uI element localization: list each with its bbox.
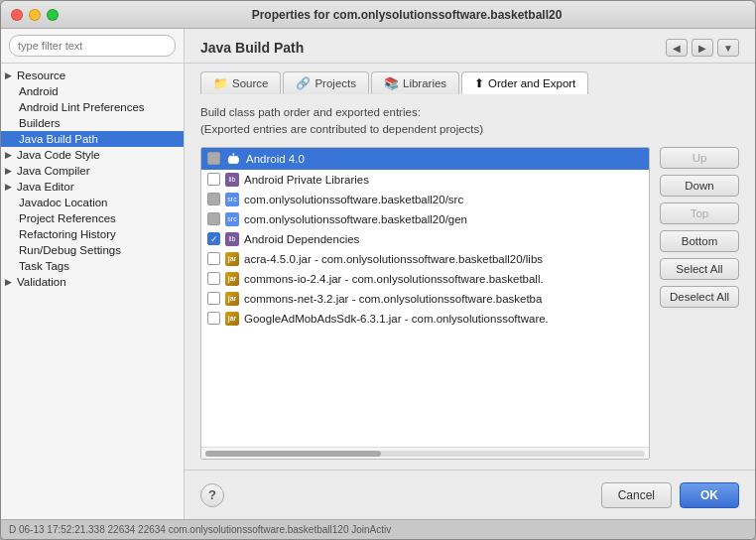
nav-dropdown-button[interactable]: ▼ bbox=[717, 39, 739, 57]
right-panel: Java Build Path ◀ ▶ ▼ 📁 Source 🔗 Project… bbox=[185, 29, 755, 519]
panel-title: Java Build Path bbox=[200, 40, 304, 56]
close-button[interactable] bbox=[11, 9, 23, 21]
sidebar-item-java-compiler[interactable]: ▶ Java Compiler bbox=[1, 163, 184, 179]
expand-icon: ▶ bbox=[5, 182, 12, 192]
list-item[interactable]: src com.onlysolutionssoftware.basketball… bbox=[201, 209, 649, 229]
android-icon: 🤖 bbox=[225, 151, 241, 167]
item-label: commons-net-3.2.jar - com.onlysolutionss… bbox=[244, 293, 643, 305]
item-label: com.onlysolutionssoftware.basketball20/g… bbox=[244, 213, 643, 225]
item-label: Android Private Libraries bbox=[244, 174, 643, 186]
deselect-all-button[interactable]: Deselect All bbox=[660, 286, 739, 308]
source-tab-icon: 📁 bbox=[213, 76, 228, 90]
sidebar: ▶ Resource Android Android Lint Preferen… bbox=[1, 29, 185, 519]
sidebar-item-builders[interactable]: Builders bbox=[1, 115, 184, 131]
item-label: commons-io-2.4.jar - com.onlysolutionsso… bbox=[244, 273, 643, 285]
tab-source[interactable]: 📁 Source bbox=[200, 71, 281, 94]
tabs-row: 📁 Source 🔗 Projects 📚 Libraries ⬆ Order … bbox=[185, 64, 755, 94]
top-button[interactable]: Top bbox=[660, 202, 739, 224]
sidebar-item-project-references[interactable]: Project References bbox=[1, 210, 184, 226]
select-all-button[interactable]: Select All bbox=[660, 258, 739, 280]
nav-back-button[interactable]: ◀ bbox=[666, 39, 688, 57]
window-title: Properties for com.onlysolutionssoftware… bbox=[68, 8, 745, 22]
item-checkbox[interactable] bbox=[207, 193, 220, 205]
search-input[interactable] bbox=[9, 35, 176, 57]
list-item[interactable]: jar GoogleAdMobAdsSdk-6.3.1.jar - com.on… bbox=[201, 309, 649, 329]
sidebar-item-validation[interactable]: ▶ Validation bbox=[1, 274, 184, 290]
expand-icon: ▶ bbox=[5, 277, 12, 287]
scrollbar[interactable] bbox=[201, 447, 649, 459]
jar-icon: jar bbox=[225, 272, 239, 286]
order-tab-icon: ⬆ bbox=[474, 76, 484, 90]
item-checkbox[interactable] bbox=[207, 292, 220, 305]
tab-content: Build class path order and exported entr… bbox=[185, 94, 755, 470]
projects-tab-icon: 🔗 bbox=[296, 76, 311, 90]
expand-icon: ▶ bbox=[5, 70, 12, 80]
item-checkbox[interactable] bbox=[207, 252, 220, 265]
build-list-wrap: 🤖 Android 4.0 lib Android Private Librar… bbox=[200, 147, 650, 461]
item-label: Android Dependencies bbox=[244, 233, 643, 245]
list-item[interactable]: lib Android Private Libraries bbox=[201, 170, 649, 190]
sidebar-item-javadoc[interactable]: Javadoc Location bbox=[1, 195, 184, 210]
list-item[interactable]: jar commons-io-2.4.jar - com.onlysolutio… bbox=[201, 269, 649, 289]
sidebar-item-resource[interactable]: ▶ Resource bbox=[1, 68, 184, 83]
item-checkbox[interactable] bbox=[207, 173, 220, 186]
nav-forward-button[interactable]: ▶ bbox=[692, 39, 713, 57]
item-checkbox[interactable] bbox=[207, 272, 220, 285]
item-label: GoogleAdMobAdsSdk-6.3.1.jar - com.onlyso… bbox=[244, 313, 643, 325]
item-checkbox[interactable] bbox=[207, 212, 220, 225]
panel-header: Java Build Path ◀ ▶ ▼ bbox=[185, 29, 755, 64]
cancel-button[interactable]: Cancel bbox=[601, 482, 672, 508]
list-item[interactable]: jar acra-4.5.0.jar - com.onlysolutionsso… bbox=[201, 249, 649, 269]
list-item[interactable]: src com.onlysolutionssoftware.basketball… bbox=[201, 190, 649, 209]
libraries-tab-icon: 📚 bbox=[384, 76, 399, 90]
item-label: com.onlysolutionssoftware.basketball20/s… bbox=[244, 194, 643, 205]
titlebar: Properties for com.onlysolutionssoftware… bbox=[1, 1, 755, 29]
maximize-button[interactable] bbox=[47, 9, 59, 21]
traffic-lights bbox=[11, 9, 59, 21]
sidebar-item-refactoring[interactable]: Refactoring History bbox=[1, 226, 184, 242]
tab-projects[interactable]: 🔗 Projects bbox=[283, 71, 369, 94]
sidebar-item-java-build-path[interactable]: Java Build Path bbox=[1, 131, 184, 147]
list-item[interactable]: lib Android Dependencies bbox=[201, 229, 649, 249]
item-checkbox[interactable] bbox=[207, 232, 220, 245]
action-buttons: Up Down Top Bottom Select All Deselect A… bbox=[660, 147, 739, 461]
item-label: Android 4.0 bbox=[246, 153, 643, 165]
expand-icon: ▶ bbox=[5, 166, 12, 176]
description-line1: Build class path order and exported entr… bbox=[200, 104, 739, 139]
tab-order-export[interactable]: ⬆ Order and Export bbox=[461, 71, 588, 94]
gen-icon: src bbox=[225, 212, 239, 226]
main-content: ▶ Resource Android Android Lint Preferen… bbox=[1, 29, 755, 519]
jar-icon: jar bbox=[225, 312, 239, 326]
sidebar-item-java-editor[interactable]: ▶ Java Editor bbox=[1, 179, 184, 195]
filter-wrap bbox=[1, 29, 184, 64]
ok-button[interactable]: OK bbox=[680, 482, 739, 508]
item-label: acra-4.5.0.jar - com.onlysolutionssoftwa… bbox=[244, 253, 643, 265]
down-button[interactable]: Down bbox=[660, 175, 739, 197]
list-and-buttons: 🤖 Android 4.0 lib Android Private Librar… bbox=[200, 147, 739, 461]
item-checkbox[interactable] bbox=[207, 312, 220, 325]
jar-icon: jar bbox=[225, 252, 239, 266]
status-bar: D 06-13 17:52:21.338 22634 22634 com.onl… bbox=[1, 519, 755, 539]
status-text: D 06-13 17:52:21.338 22634 22634 com.onl… bbox=[9, 524, 391, 535]
tab-libraries[interactable]: 📚 Libraries bbox=[371, 71, 459, 94]
list-item[interactable]: jar commons-net-3.2.jar - com.onlysoluti… bbox=[201, 289, 649, 309]
sidebar-item-task-tags[interactable]: Task Tags bbox=[1, 258, 184, 274]
item-checkbox[interactable] bbox=[207, 152, 220, 165]
sidebar-item-java-code-style[interactable]: ▶ Java Code Style bbox=[1, 147, 184, 163]
sidebar-item-android-lint[interactable]: Android Lint Preferences bbox=[1, 99, 184, 115]
sidebar-tree: ▶ Resource Android Android Lint Preferen… bbox=[1, 64, 184, 519]
panel-nav-arrows: ◀ ▶ ▼ bbox=[666, 39, 739, 57]
sidebar-item-android[interactable]: Android bbox=[1, 83, 184, 99]
bottom-bar: ? Cancel OK bbox=[185, 470, 755, 519]
scrollbar-thumb bbox=[205, 451, 381, 457]
help-button[interactable]: ? bbox=[200, 483, 224, 507]
build-list: 🤖 Android 4.0 lib Android Private Librar… bbox=[201, 148, 649, 448]
minimize-button[interactable] bbox=[29, 9, 41, 21]
sidebar-item-run-debug[interactable]: Run/Debug Settings bbox=[1, 242, 184, 258]
bottom-button[interactable]: Bottom bbox=[660, 230, 739, 252]
jar-icon: jar bbox=[225, 292, 239, 306]
dialog-buttons: Cancel OK bbox=[601, 482, 739, 508]
list-item[interactable]: 🤖 Android 4.0 bbox=[201, 148, 649, 170]
main-window: Properties for com.onlysolutionssoftware… bbox=[0, 0, 756, 540]
up-button[interactable]: Up bbox=[660, 147, 739, 169]
